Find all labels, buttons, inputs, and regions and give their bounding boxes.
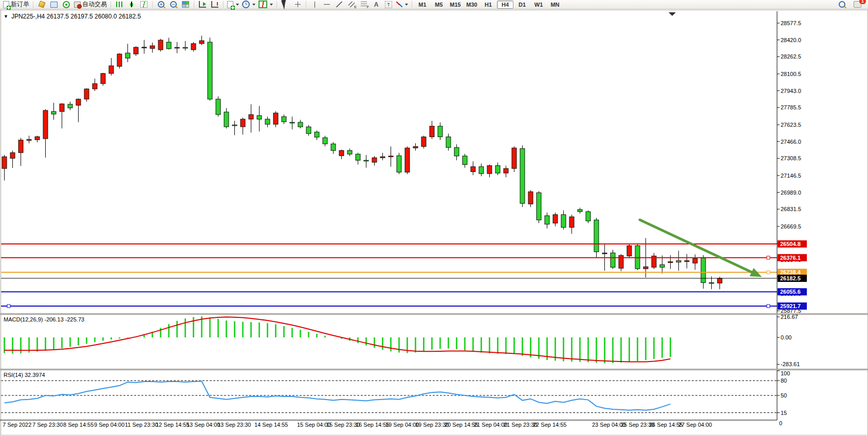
candle-bearish (578, 210, 582, 212)
price-axis-label: 27623.5 (781, 122, 801, 128)
symbol-dropdown-icon[interactable]: ▼ (4, 14, 8, 19)
candle-bearish (356, 154, 360, 160)
fibonacci-icon: F (361, 2, 367, 7)
time-axis-label: 14 Sep 14:55 (254, 422, 288, 428)
price-axis-label: 28577.5 (781, 20, 801, 26)
timeframe-h1-button[interactable]: H1 (481, 1, 496, 9)
candle-bullish (693, 258, 697, 263)
text-label-icon: T (385, 1, 392, 8)
time-axis-label: 15 Sep 04:00 (297, 422, 330, 428)
toolbar-separator (152, 1, 153, 8)
candle-bearish (290, 122, 294, 123)
chart-shift-icon (211, 1, 218, 8)
search-icon (839, 1, 845, 8)
horizontal-line-button[interactable] (321, 1, 333, 9)
toolbar-separator (223, 1, 224, 8)
search-button[interactable] (836, 1, 847, 9)
timeframe-d1-button[interactable]: D1 (514, 1, 530, 9)
algo-trading-icon (74, 2, 81, 8)
candle-bullish (134, 47, 138, 54)
timeframe-h4-button[interactable]: H4 (497, 1, 513, 9)
line-handle[interactable] (767, 256, 770, 259)
indicators-dropdown[interactable] (257, 1, 274, 9)
price-axis-label: 27943.0 (781, 88, 801, 94)
line-handle[interactable] (767, 271, 770, 274)
text-label-button[interactable]: T (383, 1, 394, 9)
notifications-button[interactable]: 1 (852, 1, 863, 9)
signals-button[interactable] (61, 1, 72, 9)
trendline-button[interactable] (334, 1, 345, 9)
profiles-dropdown[interactable] (241, 1, 256, 9)
channel-button[interactable]: E (346, 1, 357, 9)
timeframe-m1-button[interactable]: M1 (415, 1, 430, 9)
candlestick-icon (128, 2, 135, 7)
chart-canvas[interactable]: 28577.528420.028262.528100.527943.027785… (0, 0, 868, 436)
cursor-button[interactable] (280, 1, 291, 9)
rsi-indicator-label: RSI(14) 32.3974 (4, 372, 45, 378)
arrows-dropdown[interactable] (395, 1, 409, 9)
crosshair-button[interactable] (292, 1, 303, 9)
fibonacci-button[interactable]: F (358, 1, 370, 9)
macd-indicator-label: MACD(12,26,9) -206.13 -225.73 (4, 316, 84, 323)
candle-bearish (454, 147, 459, 156)
tile-windows-button[interactable] (180, 1, 191, 9)
price-axis-label: 26989.0 (781, 189, 801, 196)
candle-bearish (347, 150, 352, 154)
fibonacci-letter: F (367, 5, 369, 9)
candle-bullish (60, 104, 64, 111)
rsi-axis-label: 15 (781, 410, 787, 416)
text-icon: A (374, 1, 379, 8)
candle-bullish (199, 41, 204, 44)
text-button[interactable]: A (371, 1, 382, 9)
timeframe-m15-button[interactable]: M15 (448, 1, 463, 9)
candle-bearish (561, 215, 566, 228)
line-chart-icon (140, 1, 147, 8)
new-chart-dropdown[interactable] (226, 1, 240, 9)
time-axis-label: 19 Sep 23:30 (415, 422, 449, 428)
new-order-icon (3, 1, 9, 8)
candle-bullish (158, 40, 163, 50)
navigator-button[interactable] (48, 1, 60, 9)
bar-chart-button[interactable] (114, 1, 125, 9)
channel-letter: E (354, 5, 357, 9)
timeframe-m5-button[interactable]: M5 (431, 1, 447, 9)
timeframe-mn-button[interactable]: MN (547, 1, 563, 9)
candle-bullish (380, 157, 385, 158)
time-axis-label: 19 Sep 04:00 (385, 422, 419, 428)
timeframe-m30-button[interactable]: M30 (464, 1, 479, 9)
candle-bullish (19, 140, 23, 153)
candle-bullish (413, 146, 418, 148)
chart-shift-button[interactable] (209, 1, 220, 9)
candle-bullish (421, 137, 426, 147)
timeframe-w1-button[interactable]: W1 (531, 1, 546, 9)
zoom-in-button[interactable] (155, 1, 167, 9)
time-axis-label: 15 Sep 23:30 (326, 422, 360, 428)
candle-bearish (51, 111, 56, 114)
candle-bearish (660, 264, 664, 267)
vertical-line-button[interactable] (309, 1, 320, 9)
candle-bearish (545, 216, 549, 224)
candle-bearish (594, 220, 599, 252)
price-axis-label: 27308.5 (781, 155, 801, 161)
new-order-button[interactable]: 新订单 (2, 1, 30, 9)
line-chart-button[interactable] (138, 1, 150, 9)
algo-trading-button[interactable]: 自动交易 (73, 1, 108, 9)
line-handle[interactable] (767, 305, 770, 308)
notification-badge: 1 (859, 0, 866, 4)
auto-scroll-button[interactable] (197, 1, 208, 9)
candlestick-chart-button[interactable] (126, 1, 137, 9)
market-watch-button[interactable] (36, 1, 47, 9)
zoom-out-button[interactable] (168, 1, 179, 9)
time-axis-label: 21 Sep 23:30 (504, 422, 537, 428)
time-axis-label: 21 Sep 04:00 (474, 422, 507, 428)
line-handle[interactable] (7, 305, 10, 308)
price-line-label: 26238.4 (780, 269, 801, 275)
candle-bearish (298, 122, 303, 127)
price-axis-label: 26669.5 (781, 223, 801, 230)
candle-bullish (685, 261, 689, 262)
time-axis-label: 22 Sep 14:55 (533, 422, 566, 428)
candle-bullish (553, 215, 558, 223)
price-axis-label: 28420.0 (781, 37, 801, 43)
time-axis-label: 8 Sep 14:55 (63, 422, 94, 428)
time-axis-label: 13 Sep 23:30 (217, 422, 251, 428)
